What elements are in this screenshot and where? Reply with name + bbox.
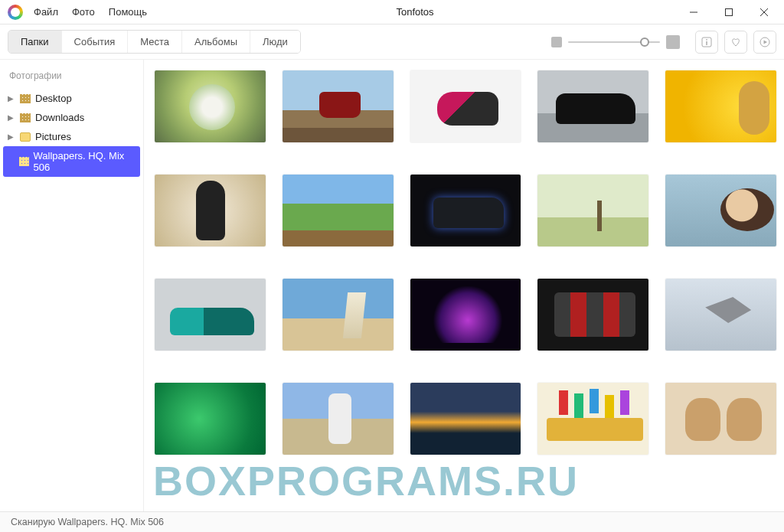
right-tools [695, 31, 776, 54]
sidebar-header: Фотографии [0, 66, 143, 89]
grid-folder-icon [20, 113, 31, 122]
tab-albums[interactable]: Альбомы [181, 31, 250, 53]
grid-folder-icon [20, 94, 31, 103]
thumbnail[interactable] [155, 175, 266, 246]
thumbnail[interactable] [665, 175, 776, 246]
thumbnail[interactable] [410, 279, 521, 351]
thumbnail-zoom [551, 35, 680, 49]
sidebar-item-desktop[interactable]: ▶ Desktop [0, 89, 143, 108]
thumbnail[interactable] [537, 70, 648, 142]
zoom-small-icon [551, 37, 562, 47]
folder-icon [20, 132, 31, 142]
maximize-button[interactable] [712, 2, 746, 23]
sidebar-item-downloads[interactable]: ▶ Downloads [0, 108, 143, 127]
window-controls [677, 2, 781, 23]
svg-point-6 [706, 38, 707, 40]
thumbnail[interactable] [410, 175, 521, 246]
tab-people[interactable]: Люди [250, 31, 300, 53]
slideshow-button[interactable] [753, 31, 776, 54]
status-text: Сканирую Wallpapers. HQ. Mix 506 [11, 517, 164, 527]
thumbnail[interactable] [665, 383, 776, 455]
thumbnail-row [155, 383, 776, 455]
app-logo-icon [8, 5, 23, 20]
sidebar: Фотографии ▶ Desktop ▶ Downloads ▶ Pictu… [0, 60, 144, 511]
thumbnail-row [155, 175, 776, 246]
menu-photo[interactable]: Фото [66, 3, 101, 21]
thumbnail[interactable] [410, 70, 521, 142]
sidebar-item-label: Downloads [35, 112, 84, 123]
thumbnail[interactable] [283, 70, 394, 142]
window-title: Tonfotos [153, 6, 677, 18]
info-button[interactable] [695, 31, 718, 54]
zoom-large-icon [666, 35, 680, 49]
menu-file[interactable]: Файл [28, 3, 64, 21]
thumbnail[interactable] [665, 279, 776, 351]
thumbnail-row [155, 70, 776, 142]
tab-events[interactable]: События [61, 31, 128, 53]
titlebar: Файл Фото Помощь Tonfotos [0, 0, 784, 24]
thumbnail[interactable] [410, 383, 521, 455]
thumbnail[interactable] [537, 383, 648, 455]
main-menu: Файл Фото Помощь [28, 3, 153, 21]
thumbnail[interactable] [537, 175, 648, 246]
thumbnail[interactable] [155, 383, 266, 455]
zoom-thumb[interactable] [640, 38, 649, 47]
toolbar: Папки События Места Альбомы Люди [0, 24, 784, 60]
sidebar-item-label: Pictures [35, 131, 71, 142]
tab-places[interactable]: Места [127, 31, 181, 53]
chevron-right-icon: ▶ [8, 94, 15, 103]
sidebar-item-wallpapers[interactable]: Wallpapers. HQ. Mix 506 [3, 146, 140, 177]
sidebar-item-label: Wallpapers. HQ. Mix 506 [34, 150, 132, 173]
close-button[interactable] [747, 2, 781, 23]
sidebar-item-label: Desktop [35, 93, 72, 104]
thumbnail[interactable] [155, 279, 266, 351]
sidebar-item-pictures[interactable]: ▶ Pictures [0, 127, 143, 146]
minimize-button[interactable] [677, 2, 710, 23]
zoom-slider[interactable] [568, 41, 660, 43]
favorite-button[interactable] [724, 31, 747, 54]
svg-rect-1 [726, 8, 733, 15]
grid-folder-icon [19, 157, 29, 166]
view-tabs: Папки События Места Альбомы Люди [8, 30, 301, 54]
chevron-right-icon: ▶ [8, 113, 15, 122]
chevron-right-icon: ▶ [8, 132, 15, 141]
thumbnail[interactable] [283, 383, 394, 455]
thumbnail-row [155, 279, 776, 351]
svg-marker-8 [764, 40, 768, 44]
tab-folders[interactable]: Папки [8, 31, 61, 53]
thumbnail-grid [144, 60, 784, 511]
thumbnail[interactable] [537, 279, 648, 351]
main-body: Фотографии ▶ Desktop ▶ Downloads ▶ Pictu… [0, 60, 784, 511]
thumbnail[interactable] [283, 279, 394, 351]
menu-help[interactable]: Помощь [103, 3, 153, 21]
thumbnail[interactable] [283, 175, 394, 246]
statusbar: Сканирую Wallpapers. HQ. Mix 506 [0, 511, 784, 532]
thumbnail[interactable] [155, 70, 266, 142]
thumbnail[interactable] [665, 70, 776, 142]
